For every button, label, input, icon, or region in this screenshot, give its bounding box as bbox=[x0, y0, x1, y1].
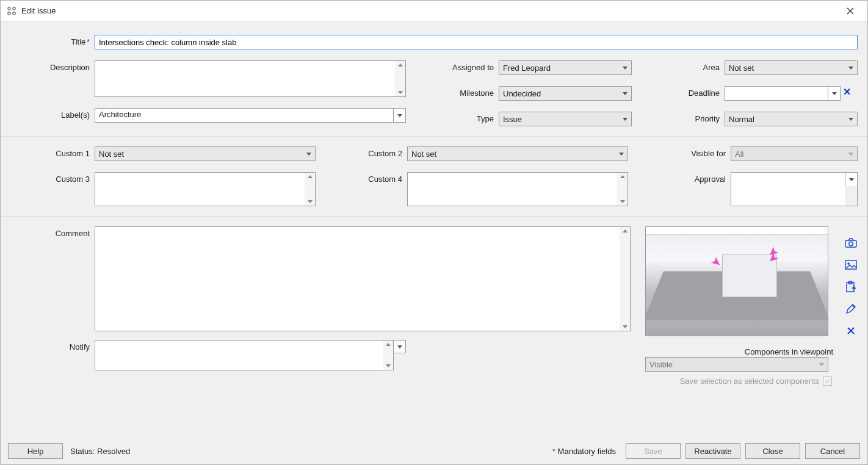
scrollbar[interactable] bbox=[395, 61, 405, 96]
camera-icon[interactable] bbox=[844, 236, 858, 250]
type-label: Type bbox=[419, 112, 499, 123]
window-close-button[interactable] bbox=[838, 1, 863, 21]
chevron-down-icon bbox=[623, 67, 627, 70]
reactivate-button[interactable]: Reactivate bbox=[685, 443, 740, 459]
title-bar: Edit issue bbox=[1, 1, 867, 21]
mandatory-fields-hint: *Mandatory fields bbox=[551, 447, 616, 456]
dialog-footer: Help Status: Resolved *Mandatory fields … bbox=[1, 438, 867, 464]
scrollbar[interactable] bbox=[617, 173, 627, 206]
viewpoint-thumbnail[interactable]: ➤ ➤ ➤ bbox=[645, 226, 828, 336]
scrollbar[interactable] bbox=[305, 173, 315, 206]
cancel-button[interactable]: Cancel bbox=[805, 443, 860, 459]
chevron-down-icon[interactable] bbox=[845, 173, 857, 186]
paste-icon[interactable] bbox=[844, 280, 858, 294]
clear-deadline-button[interactable]: ✕ bbox=[841, 86, 853, 98]
svg-point-7 bbox=[847, 262, 850, 265]
app-icon bbox=[7, 6, 16, 16]
close-button[interactable]: Close bbox=[745, 443, 800, 459]
svg-point-1 bbox=[13, 7, 15, 9]
title-input[interactable] bbox=[95, 35, 858, 49]
priority-combo[interactable]: Normal bbox=[725, 112, 858, 126]
custom1-combo[interactable]: Not set bbox=[95, 146, 316, 161]
notify-dropdown-button[interactable] bbox=[394, 340, 406, 353]
description-label: Description bbox=[10, 60, 95, 72]
custom1-label: Custom 1 bbox=[10, 146, 95, 158]
chevron-down-icon bbox=[848, 153, 853, 156]
chevron-down-icon[interactable] bbox=[393, 109, 405, 122]
labels-combo[interactable]: Architecture bbox=[95, 108, 406, 123]
svg-point-2 bbox=[8, 12, 10, 14]
help-button[interactable]: Help bbox=[8, 443, 63, 459]
chevron-down-icon bbox=[848, 118, 853, 121]
notify-label: Notify bbox=[10, 340, 95, 351]
comment-input[interactable] bbox=[95, 226, 631, 331]
delete-viewpoint-icon[interactable] bbox=[844, 324, 858, 337]
approval-label: Approval bbox=[657, 172, 731, 184]
custom3-input[interactable] bbox=[95, 172, 316, 206]
chevron-down-icon bbox=[619, 153, 624, 156]
approval-input[interactable] bbox=[731, 172, 858, 206]
milestone-combo[interactable]: Undecided bbox=[499, 86, 632, 101]
deadline-label: Deadline bbox=[651, 86, 725, 98]
save-button: Save bbox=[626, 443, 681, 459]
save-selection-label: Save selection as selected components bbox=[680, 377, 819, 386]
area-combo[interactable]: Not set bbox=[725, 60, 858, 75]
window-title: Edit issue bbox=[21, 6, 838, 15]
title-label: Title* bbox=[10, 35, 95, 46]
chevron-down-icon bbox=[848, 67, 853, 70]
visible-for-combo: All bbox=[731, 146, 858, 161]
dialog-body: Title* Description Label(s) Architecture bbox=[1, 21, 867, 386]
svg-point-3 bbox=[13, 12, 15, 14]
comment-label: Comment bbox=[10, 226, 95, 238]
svg-point-5 bbox=[849, 242, 853, 245]
components-label: Components in viewpoint bbox=[645, 345, 838, 356]
area-label: Area bbox=[651, 60, 725, 72]
status-label: Status: Resolved bbox=[70, 447, 130, 456]
chevron-down-icon[interactable] bbox=[828, 87, 840, 100]
components-combo: Visible bbox=[645, 357, 828, 372]
assigned-label: Assigned to bbox=[419, 60, 499, 72]
labels-label: Label(s) bbox=[10, 108, 95, 120]
chevron-down-icon bbox=[306, 153, 311, 156]
pencil-icon[interactable] bbox=[844, 302, 858, 315]
svg-point-0 bbox=[8, 7, 10, 9]
chevron-down-icon bbox=[623, 118, 627, 121]
chevron-down-icon bbox=[819, 363, 824, 366]
deadline-input[interactable] bbox=[725, 86, 841, 101]
image-icon[interactable] bbox=[844, 258, 858, 272]
custom3-label: Custom 3 bbox=[10, 172, 95, 184]
description-input[interactable] bbox=[95, 60, 406, 97]
custom2-label: Custom 2 bbox=[334, 146, 407, 158]
custom4-label: Custom 4 bbox=[334, 172, 407, 184]
priority-label: Priority bbox=[651, 112, 725, 123]
custom2-combo[interactable]: Not set bbox=[407, 146, 628, 161]
type-combo[interactable]: Issue bbox=[499, 112, 632, 126]
save-selection-checkbox: ✓ bbox=[823, 377, 832, 386]
scrollbar[interactable] bbox=[620, 227, 630, 331]
chevron-down-icon bbox=[623, 92, 627, 95]
custom4-input[interactable] bbox=[407, 172, 628, 206]
milestone-label: Milestone bbox=[419, 86, 499, 98]
assigned-combo[interactable]: Fred Leopard bbox=[499, 60, 632, 75]
visible-for-label: Visible for bbox=[657, 146, 731, 158]
